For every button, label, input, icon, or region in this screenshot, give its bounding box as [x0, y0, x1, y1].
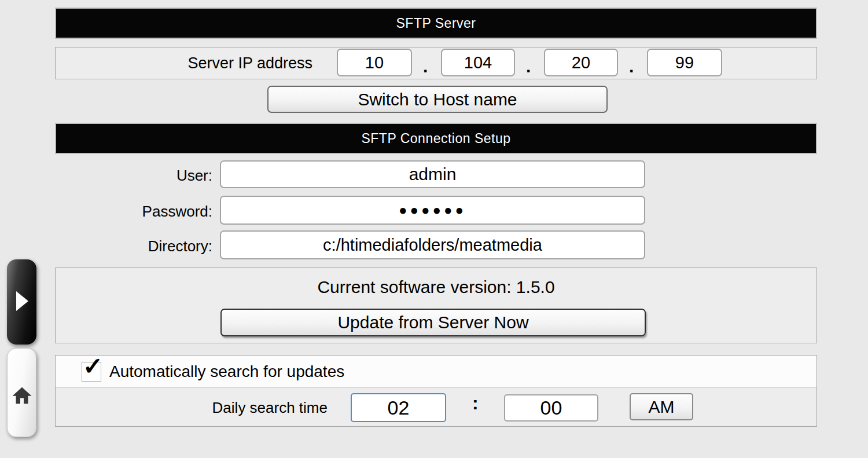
daily-search-time-row: Daily search time : AM — [56, 388, 816, 427]
ip-octet-4-input[interactable] — [647, 49, 722, 76]
meridiem-toggle-button[interactable]: AM — [630, 393, 693, 420]
ip-octet-1-input[interactable] — [337, 49, 412, 76]
ip-octet-3-input[interactable] — [544, 49, 618, 76]
update-from-server-button[interactable]: Update from Server Now — [220, 309, 646, 336]
directory-input[interactable] — [220, 230, 645, 259]
sftp-connection-setup-header: SFTP Connection Setup — [55, 123, 817, 154]
user-label: User: — [55, 167, 212, 185]
home-tab[interactable] — [7, 348, 36, 437]
expand-drawer-tab[interactable] — [7, 259, 36, 345]
software-version-text: Current software version: 1.5.0 — [56, 277, 816, 297]
directory-label: Directory: — [55, 237, 212, 255]
server-ip-label: Server IP address — [55, 54, 312, 72]
sftp-connection-setup-title: SFTP Connection Setup — [361, 131, 510, 146]
ip-octet-2-input[interactable] — [441, 49, 515, 76]
right-arrow-icon — [16, 291, 28, 311]
home-icon — [12, 386, 32, 405]
auto-update-checkbox-label: Automatically search for updates — [109, 362, 344, 381]
software-update-panel: Current software version: 1.5.0 Update f… — [55, 268, 817, 343]
ip-dot-separator: . — [629, 57, 634, 76]
auto-update-checkbox[interactable]: ✓ — [82, 362, 101, 382]
search-minute-input[interactable] — [504, 394, 598, 422]
user-input[interactable] — [220, 160, 645, 188]
time-separator: : — [472, 393, 479, 414]
checkmark-icon: ✓ — [83, 354, 103, 379]
auto-update-panel: ✓ Automatically search for updates Daily… — [55, 355, 817, 427]
password-label: Password: — [55, 203, 212, 221]
sftp-server-title: SFTP Server — [396, 16, 476, 31]
sftp-server-header: SFTP Server — [55, 8, 817, 39]
switch-to-hostname-button[interactable]: Switch to Host name — [267, 86, 608, 113]
daily-search-time-label: Daily search time — [131, 399, 328, 417]
password-input[interactable] — [220, 196, 645, 225]
auto-update-checkbox-row: ✓ Automatically search for updates — [56, 356, 816, 387]
ip-dot-separator: . — [423, 57, 428, 76]
ip-dot-separator: . — [526, 57, 531, 76]
search-hour-input[interactable] — [351, 393, 446, 422]
